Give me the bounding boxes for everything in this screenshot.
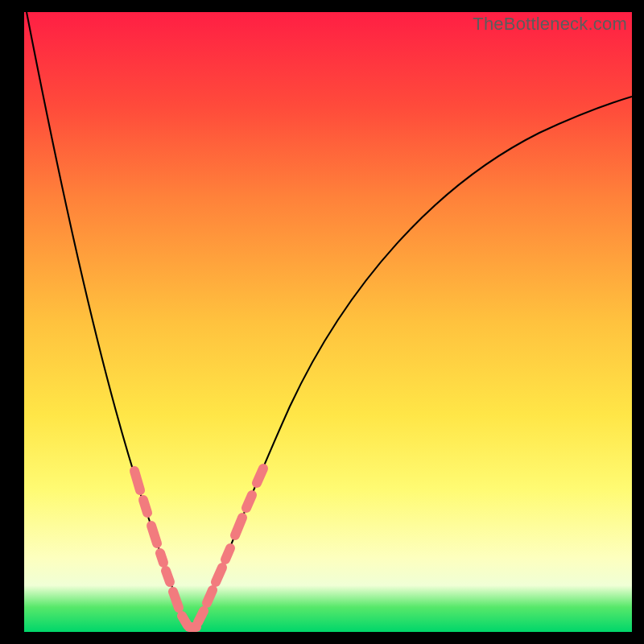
bead-left	[151, 526, 157, 543]
bottleneck-curve	[24, 12, 632, 632]
watermark-text: TheBottleneck.com	[473, 14, 627, 35]
bead-right	[198, 611, 204, 622]
bead-left	[160, 553, 163, 563]
highlight-beads	[134, 469, 263, 627]
chart-plot-area: TheBottleneck.com	[24, 12, 632, 632]
bead-right	[225, 548, 230, 559]
bead-right	[235, 518, 242, 535]
bead-left	[143, 500, 147, 513]
bead-right	[246, 495, 252, 508]
bead-left	[173, 592, 179, 608]
bead-right	[207, 590, 213, 603]
bead-left	[134, 471, 140, 490]
bead-left	[166, 571, 170, 582]
curve-path	[27, 12, 632, 628]
bead-right	[257, 469, 263, 483]
bead-right	[216, 568, 222, 582]
